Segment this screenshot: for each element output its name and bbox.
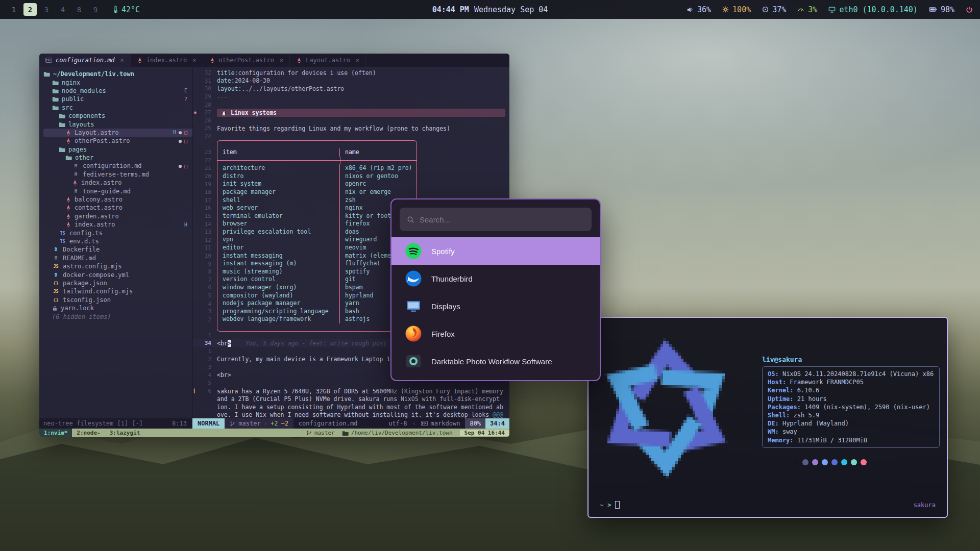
tmux-path-segment: /home/liv/Development/liv.town <box>342 430 453 436</box>
workspace-button-1[interactable]: 1 <box>7 3 20 16</box>
tab-close-icon[interactable]: × <box>280 57 283 64</box>
tree-item-label: other <box>75 154 93 161</box>
tmux-window-3:lazygit[interactable]: 3:lazygit <box>105 429 145 437</box>
table-row: webdev language/frameworkastrojs <box>217 315 417 323</box>
launcher-entry-darktable-photo-workflow-software[interactable]: Darktable Photo Workflow Software <box>391 347 600 375</box>
md-file-icon <box>45 58 52 63</box>
folder-icon <box>52 88 59 94</box>
module-load[interactable]: 3% <box>797 5 817 14</box>
tab-index.astro[interactable]: index.astro× <box>131 54 203 67</box>
tree-item-layouts[interactable]: layouts <box>43 120 192 128</box>
tree-item-configuration.md[interactable]: Mconfiguration.md●□ <box>43 162 192 170</box>
workspace-button-2[interactable]: 2 <box>23 3 37 16</box>
tab-otherPost.astro[interactable]: otherPost.astro× <box>203 54 290 67</box>
shell-prompt[interactable]: ~ > <box>600 501 620 509</box>
astro-icon <box>65 196 71 203</box>
tree-item-other[interactable]: other <box>43 154 192 162</box>
module-network[interactable]: eth0 (10.0.0.140) <box>828 5 918 14</box>
tree-item--6-hidden-items-[interactable]: (6 hidden items) <box>43 312 192 320</box>
tree-item-index.astro[interactable]: index.astro <box>43 179 192 187</box>
tree-item-Dockerfile[interactable]: DDockerfile <box>43 245 192 254</box>
line-number: 18 <box>198 189 211 195</box>
workspace-button-9[interactable]: 9 <box>89 3 102 16</box>
editor-line: 22 <box>193 157 509 165</box>
filetype-label: markdown <box>431 420 460 427</box>
tree-item-tailwind.config.mjs[interactable]: JStailwind.config.mjs <box>43 287 192 295</box>
tree-item-pages[interactable]: pages <box>43 145 192 154</box>
tab-Layout.astro[interactable]: Layout.astro× <box>290 54 366 67</box>
tab-close-icon[interactable]: × <box>120 57 124 64</box>
workspace-button-3[interactable]: 3 <box>40 3 53 16</box>
workspace-button-4[interactable]: 4 <box>56 3 69 16</box>
module-gear[interactable]: 100% <box>722 5 751 14</box>
launcher-entry-thunderbird[interactable]: Thunderbird <box>391 265 600 292</box>
tree-item-otherPost.astro[interactable]: otherPost.astro●□ <box>43 137 192 145</box>
info-row-shell: Shell: zsh 5.9 <box>768 411 934 419</box>
tree-item-yarn.lock[interactable]: yarn.lock <box>43 304 192 312</box>
tree-item-index.astro[interactable]: index.astroH <box>43 220 192 229</box>
tree-item-src[interactable]: src <box>43 104 192 112</box>
ts-icon: TS <box>59 239 66 244</box>
tmux-clock: Sep 04 16:44 <box>460 430 509 436</box>
launcher-search[interactable] <box>400 208 592 231</box>
tree-item-node-modules[interactable]: node_modulesE <box>43 87 192 95</box>
tree-item-nginx[interactable]: nginx <box>43 78 192 86</box>
tree-item-label: src <box>62 104 73 111</box>
gutter-sign: ● <box>193 110 198 115</box>
module-volume[interactable]: 36% <box>687 5 711 14</box>
tab-configuration.md[interactable]: configuration.md× <box>39 54 131 67</box>
tree-item-tone-guide.md[interactable]: Mtone-guide.md <box>43 187 192 195</box>
tree-item-public[interactable]: public? <box>43 95 192 103</box>
tree-item-Layout.astro[interactable]: Layout.astroH●□ <box>43 129 192 137</box>
astro-file-icon <box>137 57 143 63</box>
module-disk[interactable]: 37% <box>762 5 786 14</box>
editor-line: 28 <box>193 101 509 109</box>
launcher-entry-spotify[interactable]: Spotify <box>391 237 600 265</box>
prompt-cwd: ~ <box>600 502 603 509</box>
tmux-window-2:node-[interactable]: 2:node- <box>72 429 105 437</box>
workspace-button-8[interactable]: 8 <box>72 3 86 16</box>
line-number: 28 <box>198 102 211 108</box>
tree-item-README.md[interactable]: MREADME.md <box>43 254 192 262</box>
md-icon: M <box>72 189 80 194</box>
clock[interactable]: 04:44 PM Wednesday Sep 04 <box>432 0 548 19</box>
power-button[interactable] <box>966 6 973 13</box>
editor-line: 31date: 2024-08-30 <box>193 77 509 85</box>
displays-icon <box>405 297 422 315</box>
tree-item-badges: ●□ <box>179 163 187 169</box>
line-number: 23 <box>198 149 211 156</box>
tab-label: index.astro <box>146 57 187 64</box>
info-row-memory: Memory: 11731MiB / 31280MiB <box>768 436 934 444</box>
tree-item-balcony.astro[interactable]: balcony.astro <box>43 195 192 204</box>
tmux-window-1:nvim*[interactable]: 1:nvim* <box>39 429 72 437</box>
tree-item-env.d.ts[interactable]: TSenv.d.ts <box>43 237 192 245</box>
astro-icon <box>65 205 71 211</box>
tree-item-label: configuration.md <box>83 162 142 169</box>
tree-item-badges: H●□ <box>173 130 187 135</box>
launcher-entry-displays[interactable]: Displays <box>391 292 600 320</box>
search-input[interactable] <box>420 215 584 224</box>
tree-item-label: tone-guide.md <box>83 188 131 195</box>
editor-line: 19init systemopenrc <box>193 180 509 188</box>
tree-item-label: tailwind.config.mjs <box>63 288 133 295</box>
tree-item-astro.config.mjs[interactable]: JSastro.config.mjs <box>43 262 192 270</box>
tree-item-fediverse-terms.md[interactable]: Mfediverse-terms.md <box>43 170 192 179</box>
md-icon: M <box>52 256 60 261</box>
tree-item-garden.astro[interactable]: garden.astro <box>43 212 192 220</box>
tree-root[interactable]: ~/Development/liv.town <box>43 70 192 78</box>
temperature-value: 42°C <box>121 5 140 14</box>
tree-item-components[interactable]: components <box>43 112 192 120</box>
tab-close-icon[interactable]: × <box>192 57 196 64</box>
tree-item-tsconfig.json[interactable]: {}tsconfig.json <box>43 296 192 304</box>
module-battery[interactable]: 98% <box>929 5 954 14</box>
tree-item-docker-compose.yml[interactable]: Ddocker-compose.yml <box>43 270 192 279</box>
tree-item-config.ts[interactable]: TSconfig.ts <box>43 229 192 237</box>
line-number: 5 <box>198 292 211 299</box>
line-number: 11 <box>198 244 211 251</box>
tab-close-icon[interactable]: × <box>356 57 359 64</box>
table-separator <box>217 157 417 165</box>
tree-item-package.json[interactable]: {}package.json <box>43 279 192 287</box>
launcher-entry-firefox[interactable]: Firefox <box>391 320 600 347</box>
json-icon: {} <box>52 281 60 286</box>
tree-item-contact.astro[interactable]: contact.astro <box>43 204 192 212</box>
